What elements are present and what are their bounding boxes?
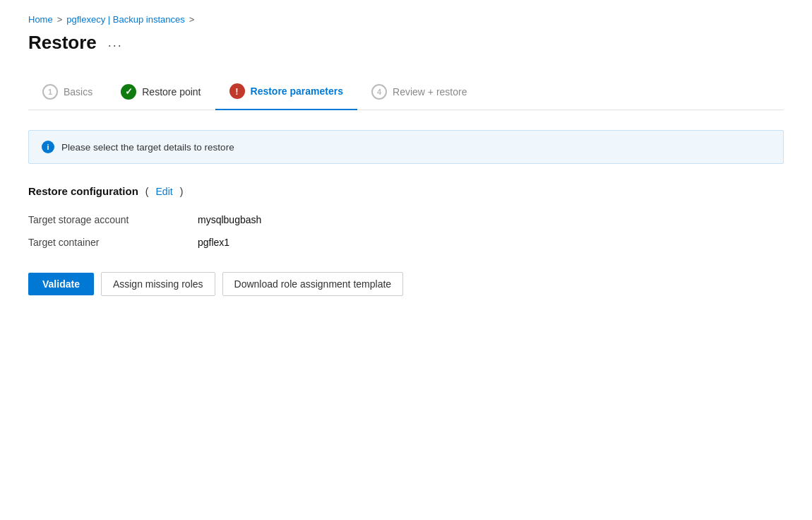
page-title: Restore	[28, 32, 97, 54]
target-storage-label: Target storage account	[28, 211, 184, 228]
edit-suffix: )	[180, 186, 184, 197]
step-review-restore[interactable]: 4 Review + restore	[357, 76, 481, 110]
breadcrumb-sep1: >	[57, 14, 63, 25]
section-header: Restore configuration ( Edit )	[28, 185, 784, 197]
target-container-label: Target container	[28, 234, 184, 251]
step-restore-parameters-circle: !	[229, 83, 245, 99]
target-storage-value: mysqlbugbash	[198, 211, 784, 228]
step-restore-point-label: Restore point	[142, 86, 201, 98]
validate-button[interactable]: Validate	[28, 273, 94, 295]
wizard-steps: 1 Basics ✓ Restore point ! Restore param…	[28, 75, 784, 110]
step-restore-point-circle: ✓	[121, 84, 136, 100]
page-title-row: Restore ...	[28, 32, 784, 54]
info-banner-text: Please select the target details to rest…	[61, 142, 234, 153]
breadcrumb-home[interactable]: Home	[28, 14, 53, 25]
config-table: Target storage account mysqlbugbash Targ…	[28, 211, 784, 251]
step-restore-parameters[interactable]: ! Restore parameters	[215, 75, 358, 110]
ellipsis-menu-button[interactable]: ...	[104, 34, 127, 52]
step-restore-parameters-label: Restore parameters	[251, 85, 344, 97]
section-title: Restore configuration	[28, 185, 138, 197]
assign-roles-button[interactable]: Assign missing roles	[101, 272, 215, 296]
breadcrumb-parent[interactable]: pgflexecy | Backup instances	[66, 14, 184, 25]
step-basics[interactable]: 1 Basics	[28, 76, 107, 110]
breadcrumb-sep2: >	[189, 14, 195, 25]
info-icon: i	[42, 141, 54, 153]
edit-prefix: (	[145, 186, 149, 197]
step-basics-circle: 1	[42, 84, 58, 100]
breadcrumb: Home > pgflexecy | Backup instances >	[28, 14, 784, 25]
edit-link[interactable]: Edit	[156, 186, 173, 197]
download-template-button[interactable]: Download role assignment template	[222, 272, 404, 296]
step-review-restore-circle: 4	[371, 84, 387, 100]
info-banner: i Please select the target details to re…	[28, 130, 784, 164]
step-restore-point[interactable]: ✓ Restore point	[107, 76, 215, 110]
target-container-value: pgflex1	[198, 234, 784, 251]
step-review-restore-label: Review + restore	[393, 86, 467, 98]
action-buttons-row: Validate Assign missing roles Download r…	[28, 272, 784, 296]
step-basics-label: Basics	[64, 86, 92, 98]
